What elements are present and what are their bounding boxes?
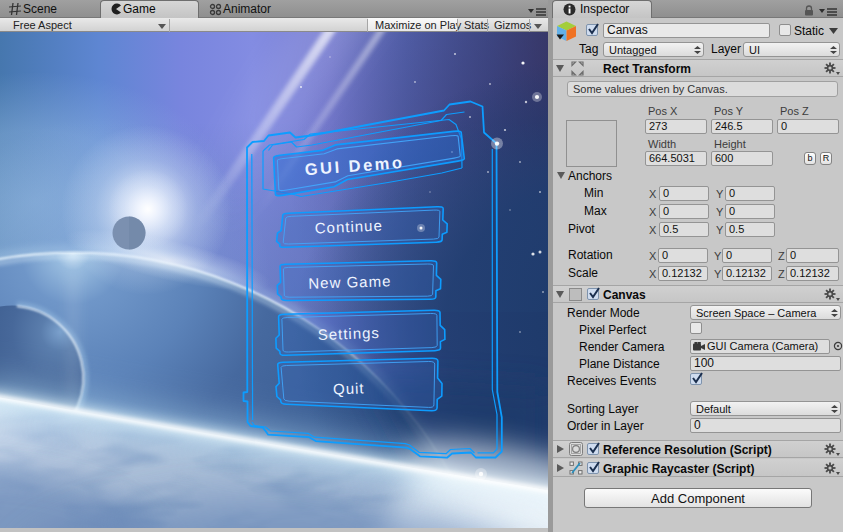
svg-text:Continue: Continue [314, 217, 383, 237]
svg-text:Settings: Settings [317, 324, 380, 343]
svg-text:Quit: Quit [333, 379, 365, 397]
svg-text:New Game: New Game [308, 272, 391, 291]
